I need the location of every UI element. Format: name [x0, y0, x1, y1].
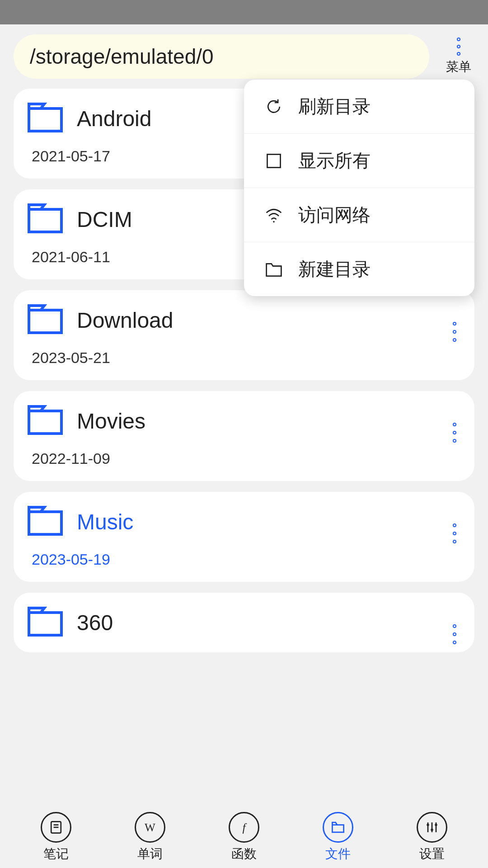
nav-item[interactable]: f函数	[229, 812, 259, 863]
svg-rect-4	[29, 512, 61, 534]
function-icon: f	[229, 812, 259, 843]
bottom-nav: 笔记W单词f函数文件设置	[0, 809, 488, 868]
folder-name: Download	[77, 308, 173, 333]
folder-name: Android	[77, 106, 151, 131]
folder-name: DCIM	[77, 207, 132, 232]
svg-text:W: W	[145, 821, 155, 834]
folder-name: Music	[77, 509, 133, 534]
folder-icon	[27, 405, 63, 437]
menu-button-label: 菜单	[446, 58, 471, 75]
folder-name: 360	[77, 610, 113, 635]
menu-item[interactable]: 新建目录	[244, 242, 474, 296]
more-vertical-icon	[457, 38, 460, 56]
menu-item-label: 访问网络	[298, 203, 371, 227]
header: /storage/emulated/0 菜单	[0, 24, 488, 89]
svg-rect-5	[29, 613, 61, 635]
menu-button[interactable]: 菜单	[438, 38, 479, 75]
svg-point-18	[431, 829, 433, 831]
menu-item-label: 刷新目录	[298, 94, 371, 119]
svg-rect-2	[29, 310, 61, 333]
checkbox-icon	[264, 151, 284, 171]
menu-item-label: 新建目录	[298, 257, 371, 282]
folder-item[interactable]: Movies2022-11-09	[14, 391, 474, 481]
refresh-icon	[264, 97, 284, 117]
folder-icon	[27, 102, 63, 135]
svg-rect-1	[29, 209, 61, 232]
menu-item-label: 显示所有	[298, 148, 371, 173]
item-more-button[interactable]	[453, 322, 456, 342]
nav-item[interactable]: 设置	[417, 812, 447, 863]
menu-item[interactable]: 显示所有	[244, 134, 474, 188]
menu-item[interactable]: 访问网络	[244, 188, 474, 242]
folder-icon	[27, 606, 63, 639]
svg-point-17	[427, 824, 429, 826]
svg-rect-6	[267, 154, 280, 167]
folder-date: 2023-05-21	[32, 349, 461, 367]
item-more-button[interactable]	[453, 423, 456, 443]
nav-item-label: 单词	[137, 845, 163, 863]
folder-item[interactable]: 360	[14, 593, 474, 652]
folder-icon	[27, 304, 63, 336]
status-bar	[0, 0, 488, 24]
folder-icon	[27, 505, 63, 538]
folder-date: 2023-05-19	[32, 551, 461, 568]
path-display[interactable]: /storage/emulated/0	[14, 34, 429, 79]
files-icon	[323, 812, 353, 843]
folder-item[interactable]: Music2023-05-19	[14, 492, 474, 582]
nav-item-label: 函数	[231, 845, 257, 863]
words-icon: W	[135, 812, 165, 843]
wifi-icon	[264, 205, 284, 225]
notes-icon	[41, 812, 71, 843]
folder-name: Movies	[77, 409, 145, 434]
item-more-button[interactable]	[453, 624, 456, 644]
svg-point-7	[273, 221, 275, 222]
svg-point-19	[435, 824, 437, 826]
nav-item-label: 文件	[325, 845, 351, 863]
folder-item[interactable]: Download2023-05-21	[14, 290, 474, 380]
nav-item[interactable]: 文件	[323, 812, 353, 863]
new-folder-icon	[264, 259, 284, 279]
svg-rect-3	[29, 411, 61, 434]
svg-text:f: f	[243, 821, 247, 834]
item-more-button[interactable]	[453, 524, 456, 543]
folder-icon	[27, 203, 63, 236]
svg-rect-0	[29, 108, 61, 131]
nav-item-label: 笔记	[43, 845, 69, 863]
settings-icon	[417, 812, 447, 843]
nav-item-label: 设置	[419, 845, 445, 863]
nav-item[interactable]: W单词	[135, 812, 165, 863]
menu-item[interactable]: 刷新目录	[244, 80, 474, 134]
nav-item[interactable]: 笔记	[41, 812, 71, 863]
context-menu: 刷新目录显示所有访问网络新建目录	[244, 80, 474, 296]
folder-date: 2022-11-09	[32, 450, 461, 467]
